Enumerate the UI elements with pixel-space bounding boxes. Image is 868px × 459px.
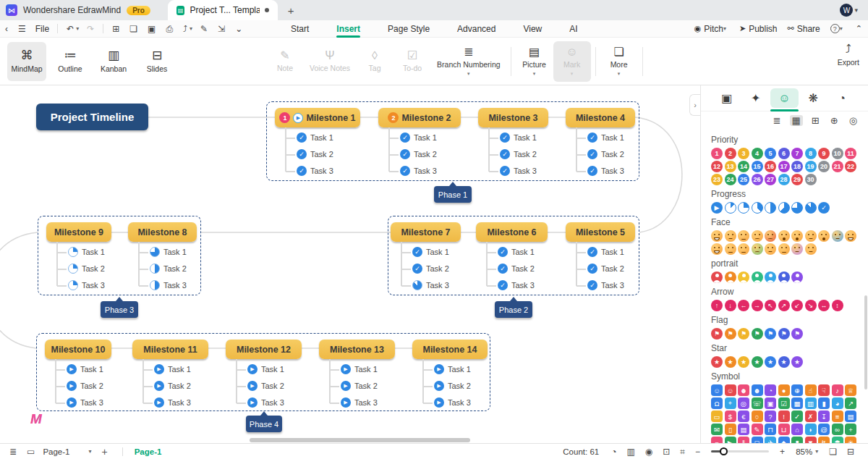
flag-mark[interactable]: ⚑ <box>765 328 776 340</box>
priority-mark[interactable]: 26 <box>752 174 763 185</box>
add-image-mark-icon[interactable]: ⊞ <box>809 115 822 126</box>
arrow-mark[interactable]: ↕ <box>832 300 843 311</box>
priority-mark[interactable]: 18 <box>791 161 803 172</box>
arrow-mark[interactable]: ↓ <box>725 300 736 311</box>
portrait-mark[interactable] <box>725 271 736 283</box>
symbol-mark[interactable]: ⊔ <box>778 424 790 435</box>
symbol-mark[interactable]: ? <box>765 410 776 422</box>
symbol-mark[interactable]: ∞ <box>832 424 843 435</box>
symbol-mark[interactable]: ↗ <box>845 397 856 409</box>
symbol-mark[interactable]: ◕ <box>832 397 843 409</box>
export-button[interactable]: ⤴ Export <box>838 43 859 67</box>
task-node[interactable]: ▶Task 3 <box>247 397 284 408</box>
task-node[interactable]: ✓Task 2 <box>587 149 624 159</box>
symbol-mark[interactable]: ‖ <box>738 437 749 443</box>
star-mark[interactable]: ★ <box>738 356 749 368</box>
face-mark[interactable] <box>791 243 803 255</box>
edit-box-icon[interactable]: ✎ <box>200 24 208 34</box>
symbol-mark[interactable]: $ <box>725 410 736 422</box>
milestone-node[interactable]: Milestone 13 <box>319 340 395 359</box>
document-tab[interactable]: ▤ Project T... Template <box>168 0 278 20</box>
priority-mark[interactable]: 9 <box>818 148 830 159</box>
symbol-mark[interactable]: ☟ <box>818 384 830 396</box>
task-node[interactable]: ✓Task 1 <box>587 247 624 257</box>
task-node[interactable]: ✓Task 1 <box>498 247 535 257</box>
symbol-mark[interactable]: ○ <box>752 410 763 422</box>
mark-tab[interactable]: ☺ <box>770 88 799 108</box>
arrow-mark[interactable]: ↙ <box>791 300 803 311</box>
symbol-mark[interactable]: ▦ <box>791 397 803 409</box>
symbol-mark[interactable]: ⌂ <box>791 424 803 435</box>
priority-mark[interactable]: 14 <box>738 161 749 172</box>
milestone-node[interactable]: Milestone 12 <box>226 340 302 359</box>
priority-mark[interactable]: 1 <box>711 148 723 159</box>
slideshow-icon[interactable]: ⊡ <box>663 447 670 456</box>
task-node[interactable]: ✓Task 1 <box>500 132 537 143</box>
view-kanban[interactable]: ▥Kanban <box>94 42 133 81</box>
symbol-mark[interactable]: ☺ <box>711 384 723 396</box>
portrait-mark[interactable] <box>752 271 763 283</box>
phase-label[interactable]: Phase 4 <box>246 416 282 432</box>
progress-pie-mark[interactable] <box>725 202 736 214</box>
milestone-node[interactable]: Milestone 6 <box>476 222 548 242</box>
arrow-mark[interactable]: ↔ <box>818 300 830 311</box>
task-node[interactable]: ✓Task 3 <box>500 166 537 176</box>
star-mark[interactable]: ★ <box>711 356 723 368</box>
star-mark[interactable]: ★ <box>752 356 763 368</box>
menu-insert[interactable]: Insert <box>335 22 362 36</box>
share-export-icon[interactable]: ⤴ <box>183 24 187 34</box>
menu-start[interactable]: Start <box>289 22 310 36</box>
task-node[interactable]: ▶Task 1 <box>247 364 284 374</box>
add-mark-group-icon[interactable]: ⊕ <box>828 115 841 126</box>
symbol-mark[interactable]: ● <box>778 384 790 396</box>
zoom-slider-thumb[interactable] <box>720 447 728 455</box>
symbol-mark[interactable]: ▥ <box>805 397 817 409</box>
menu-advanced[interactable]: Advanced <box>456 22 497 36</box>
sidebar-collapse-handle[interactable]: › <box>689 94 700 116</box>
priority-mark[interactable]: 2 <box>725 148 736 159</box>
portrait-mark[interactable] <box>765 271 776 283</box>
task-node[interactable]: ✓Task 2 <box>297 149 333 159</box>
progress-pie-mark[interactable] <box>805 202 817 214</box>
face-mark[interactable] <box>725 243 736 255</box>
priority-mark[interactable]: 29 <box>791 174 803 185</box>
file-menu[interactable]: File <box>35 24 49 34</box>
milestone-node[interactable]: Milestone 7 <box>391 222 461 242</box>
fit-page-icon[interactable]: ⊟ <box>847 447 854 456</box>
page-list-icon[interactable]: ≣ <box>9 447 17 456</box>
menu-ai[interactable]: AI <box>568 22 579 36</box>
task-node[interactable]: ▶Task 2 <box>67 381 103 391</box>
task-node[interactable]: ▶Task 1 <box>434 364 471 374</box>
priority-mark[interactable]: 5 <box>765 148 776 159</box>
format-tab[interactable]: ▣ <box>712 88 741 108</box>
pages-side-icon[interactable]: ▥ <box>626 447 634 456</box>
page-tab[interactable]: Page-1 <box>135 447 162 456</box>
symbol-mark[interactable]: ⌖ <box>725 397 736 409</box>
face-mark[interactable] <box>832 230 843 242</box>
priority-mark[interactable]: 7 <box>791 148 803 159</box>
symbol-mark[interactable]: − <box>711 437 723 443</box>
arrow-mark[interactable]: ↘ <box>805 300 817 311</box>
task-node[interactable]: ▶Task 1 <box>154 364 191 374</box>
symbol-mark[interactable]: ! <box>778 410 790 422</box>
face-mark[interactable] <box>752 243 763 255</box>
symbol-mark[interactable]: ☺ <box>725 384 736 396</box>
milestone-node[interactable]: Milestone 14 <box>412 340 488 359</box>
portrait-mark[interactable] <box>711 271 723 283</box>
priority-mark[interactable]: 28 <box>778 174 790 185</box>
face-mark[interactable] <box>738 243 749 255</box>
new-file-icon[interactable]: ⊞ <box>112 24 119 34</box>
task-node[interactable]: ✓Task 3 <box>587 280 624 290</box>
task-node[interactable]: ✓Task 2 <box>587 264 624 274</box>
symbol-mark[interactable]: ▤ <box>738 424 749 435</box>
fit-window-icon[interactable]: ⌗ <box>680 447 685 456</box>
star-mark[interactable]: ★ <box>765 356 776 368</box>
milestone-node[interactable]: Milestone 8 <box>128 222 197 242</box>
face-mark[interactable] <box>778 230 790 242</box>
history-tab[interactable]: ◔ <box>827 88 856 108</box>
priority-mark[interactable]: 23 <box>711 174 723 185</box>
symbol-mark[interactable]: ✓ <box>791 410 803 422</box>
task-node[interactable]: ✓Task 3 <box>400 166 437 176</box>
horizontal-scrollbar[interactable] <box>250 438 470 442</box>
priority-mark[interactable]: 19 <box>805 161 817 172</box>
